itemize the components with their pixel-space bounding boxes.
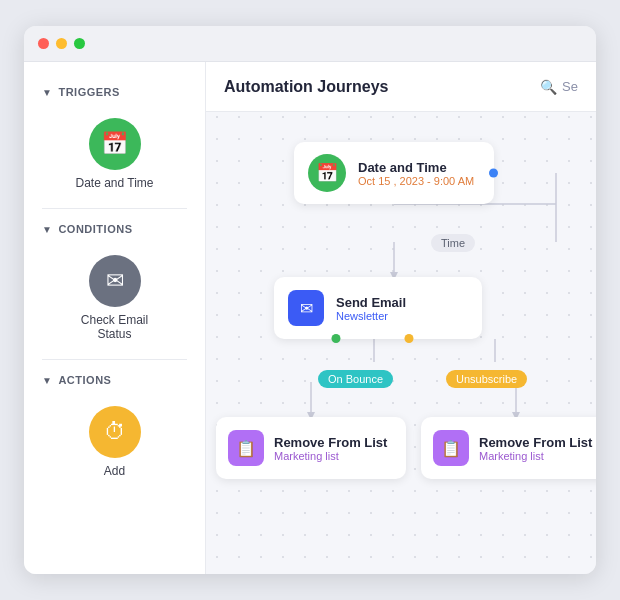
app-header: Automation Journeys 🔍 Se bbox=[206, 62, 596, 112]
trigger-edge-dot bbox=[489, 169, 498, 178]
remove-right-subtitle: Marketing list bbox=[479, 450, 592, 462]
actions-label: ACTIONS bbox=[58, 374, 111, 386]
maximize-dot[interactable] bbox=[74, 38, 85, 49]
conditions-label: CONDITIONS bbox=[58, 223, 132, 235]
remove-right-text: Remove From List Marketing list bbox=[479, 435, 592, 462]
trigger-text: Date and Time Oct 15 , 2023 - 9:00 AM bbox=[358, 160, 474, 187]
remove-from-list-left-node[interactable]: 📋 Remove From List Marketing list bbox=[216, 417, 406, 479]
actions-section-header: ▼ ACTIONS bbox=[24, 368, 205, 396]
remove-right-title: Remove From List bbox=[479, 435, 592, 450]
time-badge: Time bbox=[431, 234, 475, 252]
search-icon: 🔍 bbox=[540, 79, 557, 95]
trigger-icon: 📅 bbox=[308, 154, 346, 192]
conditions-section-header: ▼ CONDITIONS bbox=[24, 217, 205, 245]
sidebar: ▼ TRIGGERS 📅 Date and Time ▼ CONDITIONS … bbox=[24, 62, 206, 574]
remove-left-title: Remove From List bbox=[274, 435, 387, 450]
titlebar bbox=[24, 26, 596, 62]
remove-left-text: Remove From List Marketing list bbox=[274, 435, 387, 462]
chevron-icon-3: ▼ bbox=[42, 375, 52, 386]
triggers-label: TRIGGERS bbox=[58, 86, 119, 98]
check-email-icon: ✉ bbox=[89, 255, 141, 307]
check-email-label: Check EmailStatus bbox=[81, 313, 148, 341]
chevron-icon: ▼ bbox=[42, 87, 52, 98]
minimize-dot[interactable] bbox=[56, 38, 67, 49]
email-subtitle: Newsletter bbox=[336, 310, 406, 322]
date-time-icon: 📅 bbox=[89, 118, 141, 170]
main-canvas: Automation Journeys 🔍 Se bbox=[206, 62, 596, 574]
remove-icon-right: 📋 bbox=[433, 430, 469, 466]
app-window: ▼ TRIGGERS 📅 Date and Time ▼ CONDITIONS … bbox=[24, 26, 596, 574]
trigger-node[interactable]: 📅 Date and Time Oct 15 , 2023 - 9:00 AM bbox=[294, 142, 494, 204]
on-bounce-badge: On Bounce bbox=[318, 370, 393, 388]
unsubscribe-badge: Unsubscribe bbox=[446, 370, 527, 388]
sidebar-item-check-email[interactable]: ✉ Check EmailStatus bbox=[24, 245, 205, 355]
chevron-icon-2: ▼ bbox=[42, 224, 52, 235]
add-label: Add bbox=[104, 464, 125, 478]
email-title: Send Email bbox=[336, 295, 406, 310]
remove-icon-left: 📋 bbox=[228, 430, 264, 466]
remove-from-list-right-node[interactable]: 📋 Remove From List Marketing list bbox=[421, 417, 596, 479]
app-title: Automation Journeys bbox=[224, 78, 388, 96]
app-body: ▼ TRIGGERS 📅 Date and Time ▼ CONDITIONS … bbox=[24, 62, 596, 574]
email-text: Send Email Newsletter bbox=[336, 295, 406, 322]
search-label: Se bbox=[562, 79, 578, 94]
add-icon: ⏱ bbox=[89, 406, 141, 458]
send-email-node[interactable]: ✉ Send Email Newsletter bbox=[274, 277, 482, 339]
email-icon: ✉ bbox=[288, 290, 324, 326]
canvas-content: 📅 Date and Time Oct 15 , 2023 - 9:00 AM … bbox=[206, 112, 596, 574]
divider-1 bbox=[42, 208, 187, 209]
trigger-title: Date and Time bbox=[358, 160, 474, 175]
close-dot[interactable] bbox=[38, 38, 49, 49]
trigger-subtitle: Oct 15 , 2023 - 9:00 AM bbox=[358, 175, 474, 187]
triggers-section-header: ▼ TRIGGERS bbox=[24, 80, 205, 108]
email-yellow-dot bbox=[405, 334, 414, 343]
email-green-dot bbox=[332, 334, 341, 343]
divider-2 bbox=[42, 359, 187, 360]
sidebar-item-date-and-time[interactable]: 📅 Date and Time bbox=[24, 108, 205, 204]
date-time-label: Date and Time bbox=[75, 176, 153, 190]
remove-left-subtitle: Marketing list bbox=[274, 450, 387, 462]
sidebar-item-add[interactable]: ⏱ Add bbox=[24, 396, 205, 492]
header-search[interactable]: 🔍 Se bbox=[540, 79, 578, 95]
